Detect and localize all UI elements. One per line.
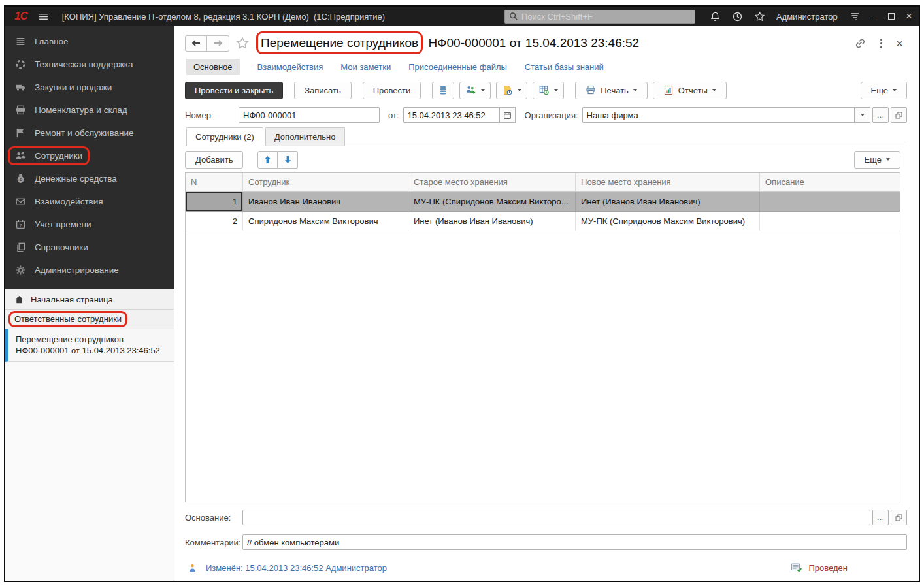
favorites-star-icon[interactable]: [754, 11, 765, 22]
column-header-n[interactable]: N: [186, 173, 243, 192]
post-and-close-button[interactable]: Провести и закрыть: [185, 82, 283, 99]
sidebar: Главное Техническая поддержка Закупки и …: [5, 26, 174, 581]
document-structure-button[interactable]: [432, 82, 454, 99]
sidebar-item-interactions[interactable]: Взаимодействия: [5, 190, 174, 213]
more-button[interactable]: Еще: [861, 82, 907, 99]
sidebar-item-administration[interactable]: Администрирование: [5, 259, 174, 282]
move-row-up-button[interactable]: [257, 151, 278, 169]
register-records-button[interactable]: [533, 82, 564, 99]
form-tabs: Сотрудники (2) Дополнительно: [185, 127, 907, 146]
form-title: Перемещение сотрудников НФ00-000001 от 1…: [261, 36, 639, 50]
calendar-icon: 7: [15, 219, 26, 230]
nav-interactions[interactable]: Взаимодействия: [257, 62, 323, 72]
sidebar-item-references[interactable]: Справочники: [5, 236, 174, 259]
form-statusbar: Изменён: 15.04.2013 23:46:52 Администрат…: [185, 555, 907, 581]
write-button[interactable]: Записать: [294, 82, 352, 99]
forward-button[interactable]: [207, 35, 229, 52]
cell-description[interactable]: [760, 192, 900, 212]
cell-new-place[interactable]: МУ-ПК (Спиридонов Максим Викторович): [576, 212, 760, 231]
current-user[interactable]: Администратор: [776, 12, 838, 22]
comment-label: Комментарий:: [185, 538, 242, 547]
column-header-employee[interactable]: Сотрудник: [243, 173, 408, 192]
cell-employee[interactable]: Спиридонов Максим Викторович: [243, 212, 408, 231]
lifebuoy-icon: [15, 59, 26, 70]
tab-employees[interactable]: Сотрудники (2): [186, 127, 263, 146]
calendar-picker-button[interactable]: [500, 107, 516, 123]
sidebar-item-nomenclature[interactable]: Номенклатура и склад: [5, 99, 174, 122]
column-header-description[interactable]: Описание: [760, 173, 900, 192]
window-tab-responsible-employees[interactable]: Ответственные сотрудники: [5, 310, 174, 329]
reports-button[interactable]: Отчеты: [653, 82, 727, 99]
cell-new-place[interactable]: Инет (Иванов Иван Иванович): [576, 192, 760, 212]
table-row[interactable]: 2 Спиридонов Максим Викторович Инет (Ива…: [186, 212, 900, 231]
cell-n[interactable]: 1: [186, 192, 243, 212]
sidebar-item-money[interactable]: s Денежные средства: [5, 167, 174, 190]
move-row-down-button[interactable]: [278, 151, 298, 169]
sidebar-item-purchases[interactable]: Закупки и продажи: [5, 76, 174, 99]
cell-employee[interactable]: Иванов Иван Иванович: [243, 192, 408, 212]
search-input[interactable]: [521, 12, 691, 22]
create-based-on-button[interactable]: [459, 82, 491, 99]
arrow-up-icon: [263, 155, 272, 165]
nav-main[interactable]: Основное: [186, 59, 240, 75]
maximize-button[interactable]: [888, 13, 895, 20]
sidebar-item-employees[interactable]: Сотрудники: [5, 144, 174, 167]
post-button[interactable]: Провести: [363, 82, 421, 99]
get-link-icon[interactable]: [854, 37, 866, 50]
more-dots-icon[interactable]: [880, 38, 883, 49]
document-journal-button[interactable]: [496, 82, 527, 99]
chart-icon: [663, 85, 674, 95]
comment-input[interactable]: [242, 534, 907, 550]
basis-choose-button[interactable]: …: [872, 510, 889, 525]
nav-attached-files[interactable]: Присоединенные файлы: [408, 62, 507, 72]
grid-header-row: N Сотрудник Старое место хранения Новое …: [186, 173, 900, 192]
add-row-button[interactable]: Добавить: [185, 151, 243, 169]
favorite-star-icon[interactable]: [235, 36, 250, 50]
settings-menu-icon[interactable]: [849, 11, 861, 22]
grid-more-button[interactable]: Еще: [854, 151, 900, 169]
history-icon[interactable]: [732, 11, 743, 22]
close-window-button[interactable]: ×: [906, 10, 912, 23]
table-row[interactable]: 1 Иванов Иван Иванович МУ-ПК (Спиридонов…: [186, 192, 900, 212]
column-header-new-place[interactable]: Новое место хранения: [576, 173, 760, 192]
window-tab-employee-relocation[interactable]: Перемещение сотрудников НФ00-000001 от 1…: [5, 329, 174, 362]
posted-status-label: Проведен: [808, 563, 848, 573]
organization-choose-button[interactable]: …: [872, 107, 889, 123]
column-header-old-place[interactable]: Старое место хранения: [408, 173, 576, 192]
cell-old-place[interactable]: МУ-ПК (Спиридонов Максим Викторо...: [408, 192, 576, 212]
nav-knowledge-base[interactable]: Статьи базы знаний: [525, 62, 604, 72]
number-label: Номер:: [185, 110, 239, 120]
sidebar-item-home-page[interactable]: Начальная страница: [5, 289, 174, 310]
list-bars-icon: [438, 85, 448, 95]
cell-n[interactable]: 2: [186, 212, 243, 231]
envelope-icon: [15, 196, 26, 207]
warehouse-printer-icon: [15, 105, 26, 116]
people-plus-icon: [465, 85, 476, 95]
print-button[interactable]: Печать: [575, 82, 648, 99]
close-form-icon[interactable]: ×: [896, 37, 903, 50]
sidebar-item-tech-support[interactable]: Техническая поддержка: [5, 53, 174, 76]
modified-link[interactable]: Изменён: 15.04.2013 23:46:52 Администрат…: [206, 563, 387, 573]
books-pages-icon: [15, 242, 26, 253]
basis-open-button[interactable]: [891, 510, 907, 525]
minimize-button[interactable]: –: [872, 11, 877, 22]
main-menu-icon[interactable]: [38, 11, 49, 22]
date-input[interactable]: [403, 107, 500, 123]
notifications-bell-icon[interactable]: [710, 11, 721, 22]
sidebar-item-glavnoe[interactable]: Главное: [5, 30, 174, 53]
sidebar-item-repair[interactable]: Ремонт и обслуживание: [5, 122, 174, 144]
global-search[interactable]: [504, 10, 695, 24]
nav-my-notes[interactable]: Мои заметки: [340, 62, 391, 72]
cell-old-place[interactable]: Инет (Иванов Иван Иванович): [408, 212, 576, 231]
basis-input[interactable]: [242, 510, 870, 525]
tab-additional[interactable]: Дополнительно: [265, 127, 345, 146]
number-input[interactable]: [239, 107, 380, 123]
header-fields: Номер: от: Организация: …: [185, 103, 907, 127]
cell-description[interactable]: [760, 212, 900, 231]
organization-open-button[interactable]: [891, 107, 907, 123]
organization-input[interactable]: [582, 107, 855, 123]
back-button[interactable]: [185, 35, 207, 52]
organization-dropdown-button[interactable]: [855, 107, 870, 123]
sidebar-item-time-tracking[interactable]: 7 Учет времени: [5, 213, 174, 236]
svg-text:s: s: [20, 177, 22, 182]
